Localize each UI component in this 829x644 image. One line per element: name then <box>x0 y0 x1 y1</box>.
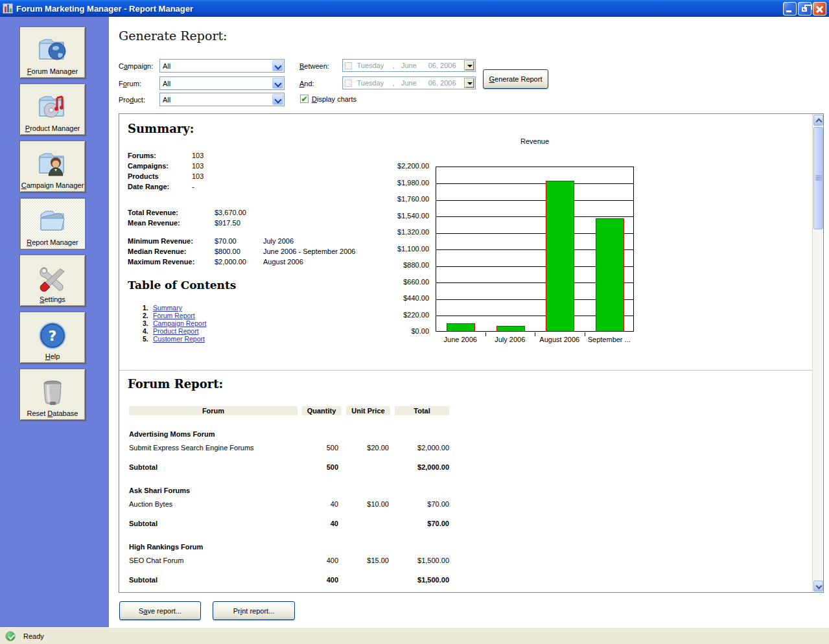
print-report-button[interactable]: Print report... <box>213 601 295 620</box>
app-bar-chart-icon <box>3 3 13 14</box>
date-enable-checkbox[interactable] <box>345 80 352 87</box>
help-question-icon: ? <box>36 319 69 352</box>
summary-row: Products103 <box>128 172 204 183</box>
group-name-row: Ask Shari Forums <box>129 487 453 496</box>
sidebar-item-help[interactable]: ? Help <box>19 312 86 363</box>
chart-x-tick <box>535 332 535 336</box>
restore-icon <box>802 7 807 12</box>
scroll-up-button[interactable] <box>813 115 823 126</box>
chart-gridline <box>436 183 633 184</box>
ready-check-icon <box>5 631 16 641</box>
toc-item: 3.Campaign Report <box>143 319 206 327</box>
toc-link-customer-report[interactable]: Customer Report <box>153 335 205 343</box>
status-bar: Ready <box>0 627 829 644</box>
summary-row: Minimum Revenue:$70.00July 2006 <box>128 237 356 247</box>
group-name-row: High Rankings Forum <box>129 543 453 553</box>
svg-text:?: ? <box>49 328 57 344</box>
window-title: Forum Marketing Manager - Report Manager <box>16 4 193 14</box>
save-report-button[interactable]: Save report... <box>119 601 201 620</box>
close-button[interactable] <box>813 2 826 16</box>
table-row: Auction Bytes 40 $10.00 $70.00 <box>129 500 453 510</box>
chart-bar <box>496 326 525 331</box>
chart-y-tick-label: $1,100.00 <box>377 245 429 253</box>
sidebar-item-campaign-manager[interactable]: Campaign Manager <box>19 141 86 192</box>
scrollbar-thumb[interactable] <box>813 127 823 229</box>
chart-x-tick-label: June 2006 <box>436 336 485 343</box>
toc-list: 1.Summary 2.Forum Report 3.Campaign Repo… <box>143 304 206 343</box>
sidebar-item-report-manager[interactable]: Report Manager <box>19 198 86 249</box>
chart-y-tick-label: $2,200.00 <box>377 162 429 170</box>
forum-label: Forum: <box>119 80 141 87</box>
chart-y-tick-label: $1,980.00 <box>377 179 429 187</box>
group-name-row: Advertising Moms Forum <box>129 430 453 440</box>
chart-x-tick-label: September ... <box>585 336 635 343</box>
toc-item: 5.Customer Report <box>143 335 206 343</box>
table-row: Submit Express Search Engine Forums 500 … <box>129 444 453 454</box>
folder-music-icon <box>36 91 69 124</box>
chevron-down-icon[interactable] <box>272 78 283 89</box>
scroll-down-button[interactable] <box>813 581 823 592</box>
chart-x-tick <box>485 332 486 336</box>
sidebar-item-forum-manager[interactable]: Forum Manager <box>19 27 86 78</box>
chart-y-tick-label: $1,760.00 <box>377 195 429 203</box>
minimize-button[interactable] <box>783 2 797 16</box>
summary-heading: Summary: <box>128 122 194 135</box>
title-bar: Forum Marketing Manager - Report Manager <box>0 0 829 17</box>
restore-button[interactable] <box>798 2 811 16</box>
minimize-icon <box>786 10 791 12</box>
sidebar-item-product-manager[interactable]: Product Manager <box>19 84 86 135</box>
toc-link-campaign-report[interactable]: Campaign Report <box>153 319 206 327</box>
revenue-bar-chart <box>436 167 634 332</box>
forum-select[interactable]: All <box>159 76 285 90</box>
display-charts-label[interactable]: Display charts <box>312 95 356 103</box>
folder-person-icon <box>36 148 69 181</box>
and-date-picker[interactable]: Tuesday , June 06, 2006 <box>342 76 476 89</box>
summary-row: Forums:103 <box>128 152 204 162</box>
generate-report-button[interactable]: Generate Report <box>483 69 548 89</box>
tools-icon <box>36 262 69 295</box>
section-divider <box>119 370 812 371</box>
campaign-select[interactable]: All <box>159 59 285 73</box>
sidebar: Forum Manager Product Manager <box>0 17 109 627</box>
chart-bar <box>546 181 574 331</box>
dropdown-arrow-icon[interactable] <box>464 60 474 71</box>
chart-y-tick-label: $1,540.00 <box>377 212 429 220</box>
chart-y-tick-label: $1,320.00 <box>377 228 429 236</box>
display-charts-checkbox[interactable]: ✔ <box>300 95 309 103</box>
chart-bar <box>447 323 475 331</box>
summary-row: Mean Revenue:$917.50 <box>128 219 246 229</box>
date-enable-checkbox[interactable] <box>345 62 352 69</box>
chart-gridline <box>436 216 633 217</box>
chart-x-tick <box>585 332 585 336</box>
between-date-picker[interactable]: Tuesday , June 06, 2006 <box>342 59 476 72</box>
table-row: SEO Chat Forum 400 $15.00 $1,500.00 <box>129 557 453 566</box>
chart-x-tick-label: July 2006 <box>485 336 535 343</box>
between-label: Between: <box>299 62 329 70</box>
report-panel: Summary: Forums:103 Campaigns:103 Produc… <box>119 113 824 593</box>
sidebar-item-label: Settings <box>40 295 65 303</box>
vertical-scrollbar[interactable] <box>812 114 823 592</box>
chevron-down-icon[interactable] <box>272 94 283 105</box>
chart-gridline <box>436 200 633 201</box>
sidebar-item-reset-database[interactable]: Reset Database <box>19 369 86 420</box>
chart-bar <box>596 218 624 331</box>
chevron-down-icon[interactable] <box>272 60 283 71</box>
product-select[interactable]: All <box>159 93 285 106</box>
sidebar-item-label: Forum Manager <box>27 67 78 75</box>
subtotal-row: Subtotal 500 $2,000.00 <box>129 463 453 473</box>
chart-y-tick-label: $880.00 <box>377 261 429 269</box>
toc-link-forum-report[interactable]: Forum Report <box>153 312 195 319</box>
sidebar-item-label: Product Manager <box>25 124 80 132</box>
sidebar-item-label: Reset Database <box>27 409 78 417</box>
sidebar-item-settings[interactable]: Settings <box>19 255 86 306</box>
dropdown-arrow-icon[interactable] <box>464 78 474 88</box>
and-label: And: <box>299 80 314 87</box>
folder-open-icon <box>36 205 69 238</box>
toc-link-product-report[interactable]: Product Report <box>153 327 199 335</box>
toc-link-summary[interactable]: Summary <box>153 304 182 312</box>
forum-report-table: Forum Quantity Unit Price Total Advertis… <box>129 406 453 586</box>
summary-row: Total Revenue:$3,670.00 <box>128 209 246 219</box>
report-content: Summary: Forums:103 Campaigns:103 Produc… <box>119 114 812 592</box>
summary-row: Median Revenue:$800.00June 2006 - Septem… <box>128 247 356 258</box>
summary-totals: Total Revenue:$3,670.00 Mean Revenue:$91… <box>128 209 246 229</box>
